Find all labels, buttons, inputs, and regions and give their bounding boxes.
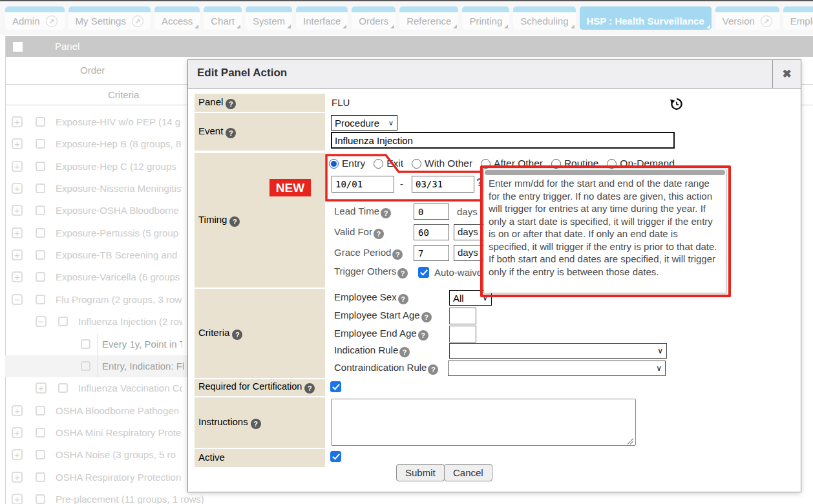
panel-tree-row[interactable]: + Exposure-HIV w/o PEP (14 g [5,111,182,133]
valid-for-input[interactable] [414,224,449,240]
history-icon[interactable] [670,97,684,111]
radio-icon[interactable] [374,159,383,169]
start-date-input[interactable] [332,176,394,193]
help-icon[interactable]: ? [226,128,236,138]
row-checkbox[interactable] [36,472,45,482]
help-icon[interactable]: ? [428,364,438,375]
row-checkbox[interactable] [81,361,90,371]
expand-toggle-icon[interactable]: − [36,316,47,327]
indication-rule-select[interactable]: ∨ [449,343,667,359]
event-type-select[interactable]: Procedure ∨ [331,115,397,131]
expand-toggle-icon[interactable]: + [12,138,23,149]
panel-tree-row[interactable]: + OSHA Noise (3 groups, 5 ro [5,444,182,466]
panel-tree-row[interactable]: + Exposure-OSHA Bloodborne [5,200,182,222]
panel-tree-row[interactable]: + Exposure-Hep C (12 groups [5,156,182,178]
expand-toggle-icon[interactable]: + [12,183,23,194]
contraindication-rule-select[interactable]: ∨ [448,361,666,376]
row-checkbox[interactable] [36,250,45,260]
nav-tab[interactable]: HSP : Health Surveillance ↗ [580,6,712,30]
row-checkbox[interactable] [36,117,45,127]
nav-tab[interactable]: System ↗ [246,6,292,30]
row-checkbox[interactable] [36,494,45,504]
employee-end-age-input[interactable] [449,326,476,342]
expand-toggle-icon[interactable]: + [12,249,23,260]
expand-toggle-icon[interactable]: + [12,494,23,504]
radio-icon[interactable] [551,159,561,169]
expand-toggle-icon[interactable]: + [12,205,23,216]
trigger-others-checkbox[interactable] [418,267,429,278]
radio-icon[interactable] [607,159,617,169]
radio-icon[interactable] [329,159,339,169]
radio-icon[interactable] [412,159,421,169]
row-checkbox[interactable] [36,450,45,459]
panel-tree-row[interactable]: Every 1y, Point in T [5,333,182,355]
row-checkbox[interactable] [36,295,45,304]
row-checkbox[interactable] [58,317,68,326]
expand-toggle-icon[interactable]: + [36,383,47,394]
panel-tree-row[interactable]: − Influenza Injection (2 row [5,311,182,333]
row-checkbox[interactable] [36,406,45,415]
row-checkbox[interactable] [36,428,45,437]
row-checkbox[interactable] [81,339,90,349]
date-range-help-icon[interactable]: ? [476,177,483,189]
close-icon[interactable]: ✖ [772,60,801,89]
select-all-checkbox[interactable] [13,42,23,52]
timing-radio-option[interactable]: Entry [329,158,365,169]
nav-tab[interactable]: Reference ↗ [399,6,458,30]
nav-tab[interactable]: Orders ↗ [352,6,396,30]
panel-tree-row[interactable]: + OSHA Bloodborne Pathogen [5,400,182,422]
event-value-input[interactable] [331,132,675,149]
radio-icon[interactable] [481,159,491,169]
instructions-textarea[interactable] [331,399,636,446]
panel-tree-row[interactable]: + OSHA Respiratory Protection [5,467,182,488]
required-for-certification-checkbox[interactable] [330,381,341,392]
nav-tab[interactable]: Employer Organi ↗ [783,6,813,30]
expand-toggle-icon[interactable]: + [12,271,23,282]
expand-toggle-icon[interactable]: + [12,161,23,172]
row-checkbox[interactable] [36,272,45,282]
timing-radio-option[interactable]: With Other [412,158,472,169]
cancel-button[interactable]: Cancel [444,464,492,481]
nav-tab[interactable]: Interface ↗ [296,6,348,30]
row-checkbox[interactable] [36,205,45,215]
textarea-resize-grip[interactable] [627,438,633,445]
nav-tab[interactable]: Chart ↗ [204,6,242,30]
row-checkbox[interactable] [58,383,68,393]
nav-tab[interactable]: Access ↗ [154,6,200,30]
submit-button[interactable]: Submit [396,464,445,481]
help-icon[interactable]: ? [398,294,408,304]
expand-toggle-icon[interactable]: + [12,405,23,416]
timing-radio-option[interactable]: Routine [551,158,598,169]
panel-tree-row[interactable]: + Influenza Vaccination Co [5,377,182,399]
nav-tab[interactable]: Admin ↗ [5,6,65,30]
help-icon[interactable]: ? [418,330,428,341]
help-icon[interactable]: ? [421,312,432,322]
help-icon[interactable]: ? [304,383,315,394]
end-date-input[interactable] [412,176,474,193]
help-icon[interactable]: ? [251,419,261,429]
help-icon[interactable]: ? [397,268,408,278]
nav-tab[interactable]: My Settings ↗ [69,6,151,30]
panel-tree-row[interactable]: + Exposure-Varicella (6 groups [5,266,182,288]
nav-tab[interactable]: Scheduling ↗ [513,6,575,30]
help-icon[interactable]: ? [229,216,240,227]
row-checkbox[interactable] [36,162,45,171]
panel-tree-row[interactable]: Entry, Indication: Fl [5,355,187,377]
expand-toggle-icon[interactable]: + [12,472,23,483]
panel-tree-row[interactable]: + Exposure-Pertussis (5 group [5,222,182,244]
nav-tab[interactable]: Version ↗ [715,6,779,30]
nav-tab[interactable]: Printing ↗ [462,6,509,30]
row-checkbox[interactable] [36,228,45,238]
grace-period-input[interactable] [414,245,449,261]
expand-toggle-icon[interactable]: + [12,427,23,438]
timing-radio-option[interactable]: After Other [481,158,543,169]
panel-tree-row[interactable]: + OSHA Mini Respiratory Prote [5,422,182,444]
expand-toggle-icon[interactable]: + [12,227,23,238]
help-icon[interactable]: ? [374,229,384,239]
active-checkbox[interactable] [330,451,341,462]
lead-time-input[interactable] [414,204,449,220]
help-icon[interactable]: ? [232,330,242,340]
panel-tree-row[interactable]: + Exposure-Nisseria Meningitis [5,178,182,200]
help-icon[interactable]: ? [392,249,403,260]
help-icon[interactable]: ? [381,208,391,218]
